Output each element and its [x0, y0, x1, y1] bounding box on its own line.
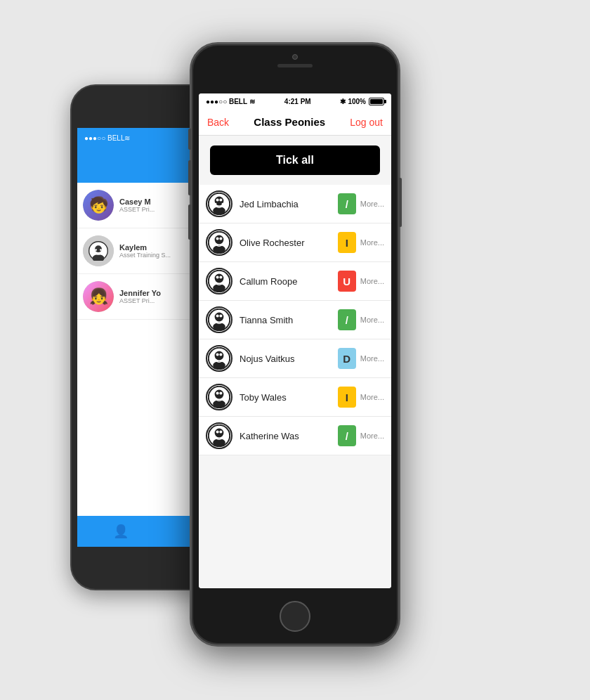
phone-home-button[interactable]	[280, 601, 310, 632]
status-badge[interactable]: D	[338, 348, 356, 369]
table-row[interactable]: Nojus Vaitkus D More...	[199, 339, 391, 378]
svg-point-1	[95, 245, 102, 252]
table-row[interactable]: Jed Limbachia / More...	[199, 185, 391, 223]
back-wifi: ≋	[124, 134, 130, 142]
status-badge[interactable]: /	[338, 425, 356, 446]
svg-point-10	[215, 203, 216, 205]
status-left: ●●●○○ BELL ≋	[206, 98, 255, 105]
status-bar: ●●●○○ BELL ≋ 4:21 PM ✱ 100%	[199, 93, 391, 109]
table-row[interactable]: Toby Wales I More...	[199, 378, 391, 417]
more-button[interactable]: More...	[360, 316, 384, 324]
more-button[interactable]: More...	[360, 277, 384, 285]
avatar	[206, 422, 232, 449]
svg-point-35	[219, 391, 222, 394]
student-sub: Asset Training S...	[119, 252, 171, 259]
status-badge[interactable]: /	[338, 193, 356, 214]
avatar: 🧒	[83, 190, 114, 221]
logout-button[interactable]: Log out	[350, 117, 383, 128]
avatar: 👧	[83, 281, 114, 312]
student-sub: ASSET Pri...	[119, 297, 161, 304]
more-button[interactable]: More...	[360, 393, 384, 401]
svg-point-39	[216, 430, 219, 433]
svg-point-24	[216, 314, 219, 317]
svg-point-7	[216, 198, 219, 201]
back-button[interactable]: Back	[207, 117, 229, 128]
navigation-bar: Back Class Peonies Log out	[199, 109, 391, 136]
status-time: 4:21 PM	[284, 98, 311, 105]
avatar	[83, 235, 114, 266]
status-badge[interactable]: I	[338, 387, 356, 408]
svg-point-30	[219, 353, 222, 356]
svg-point-11	[222, 203, 223, 205]
back-carrier: ●●●○○ BELL	[84, 134, 124, 142]
student-name: Casey M	[119, 197, 155, 206]
svg-point-8	[219, 198, 222, 201]
student-name: Olive Rochester	[240, 238, 338, 248]
status-badge[interactable]: I	[338, 232, 356, 253]
table-row[interactable]: Katherine Was / More...	[199, 417, 391, 455]
main-phone: ●●●○○ BELL ≋ 4:21 PM ✱ 100% Back Class P…	[190, 42, 400, 647]
student-list: Jed Limbachia / More...	[199, 185, 391, 455]
svg-point-14	[216, 237, 219, 240]
smiley-icon	[208, 309, 230, 331]
table-row[interactable]: Olive Rochester I More...	[199, 223, 391, 262]
student-name: Nojus Vaitkus	[240, 354, 338, 364]
more-button[interactable]: More...	[360, 432, 384, 440]
svg-point-4	[100, 249, 102, 251]
avatar	[206, 306, 232, 333]
svg-point-28	[215, 351, 224, 361]
student-name: Jennifer Yo	[119, 289, 161, 297]
status-badge[interactable]: /	[338, 309, 356, 330]
svg-point-13	[215, 235, 224, 245]
screen-main-content: Tick all	[199, 136, 391, 588]
table-row[interactable]: Tianna Smith / More...	[199, 301, 391, 339]
more-button[interactable]: More...	[360, 200, 384, 208]
battery-text: 100%	[348, 98, 366, 105]
avatar	[206, 345, 232, 372]
more-button[interactable]: More...	[360, 354, 384, 363]
avatar	[206, 384, 232, 410]
battery-icon	[369, 98, 384, 105]
student-info: Casey M ASSET Pri...	[119, 197, 155, 213]
smiley-icon	[208, 270, 230, 292]
more-button[interactable]: More...	[360, 238, 384, 247]
smiley-icon	[208, 424, 230, 447]
student-sub: ASSET Pri...	[119, 206, 155, 213]
svg-point-3	[95, 249, 97, 251]
svg-point-40	[219, 430, 222, 433]
phone-screen: ●●●○○ BELL ≋ 4:21 PM ✱ 100% Back Class P…	[199, 93, 391, 588]
table-row[interactable]: Callum Roope U More...	[199, 262, 391, 301]
volume-down-button	[188, 205, 191, 240]
smiley-icon	[208, 347, 230, 370]
carrier-text: ●●●○○ BELL	[206, 98, 247, 105]
mute-button	[188, 129, 191, 150]
svg-point-25	[219, 314, 222, 317]
status-badge[interactable]: U	[338, 271, 356, 292]
svg-point-38	[215, 429, 224, 438]
smiley-icon	[208, 386, 230, 408]
phone-speaker	[277, 64, 313, 67]
page-title: Class Peonies	[254, 116, 325, 128]
student-name: Tianna Smith	[240, 315, 338, 325]
svg-point-15	[219, 237, 222, 240]
svg-point-18	[215, 274, 224, 283]
svg-point-20	[219, 276, 222, 278]
svg-point-19	[216, 276, 219, 278]
svg-point-29	[216, 353, 219, 356]
bluetooth-icon: ✱	[340, 98, 346, 105]
person-icon: 👤	[113, 524, 129, 539]
tick-all-button[interactable]: Tick all	[210, 145, 380, 175]
student-name: Kaylem	[119, 243, 171, 252]
status-right: ✱ 100%	[340, 98, 384, 105]
svg-point-34	[216, 391, 219, 394]
power-button	[399, 178, 402, 227]
phone-camera	[292, 54, 298, 60]
student-name: Callum Roope	[240, 276, 338, 287]
avatar	[206, 229, 232, 256]
student-info: Kaylem Asset Training S...	[119, 243, 171, 259]
smiley-icon	[208, 231, 230, 254]
tick-all-container: Tick all	[199, 136, 391, 185]
avatar	[206, 268, 232, 294]
student-info: Jennifer Yo ASSET Pri...	[119, 289, 161, 304]
screen-content: ●●●○○ BELL ≋ 4:21 PM ✱ 100% Back Class P…	[199, 93, 391, 588]
